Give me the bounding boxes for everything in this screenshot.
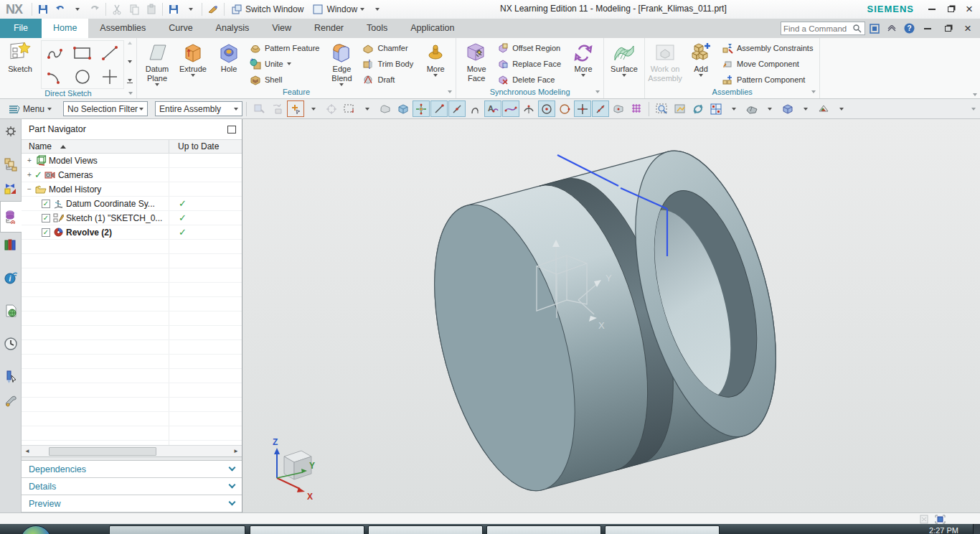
show-desktop-button[interactable] bbox=[973, 524, 980, 534]
fit-view-icon[interactable] bbox=[672, 100, 689, 117]
selection-filter-dropdown[interactable]: No Selection Filter bbox=[63, 101, 148, 116]
float-panel-button[interactable] bbox=[227, 126, 236, 134]
taskbar-app-button[interactable] bbox=[486, 525, 601, 534]
solid-body-filter-icon[interactable] bbox=[395, 100, 412, 117]
selection-scope-dropdown[interactable]: Entire Assembly bbox=[155, 101, 242, 116]
hd3d-tools-icon[interactable]: i bbox=[0, 266, 22, 290]
scrollbar-thumb[interactable] bbox=[49, 447, 156, 456]
details-panel[interactable]: Details bbox=[22, 478, 242, 495]
graphics-window[interactable]: Y X Z X Y bbox=[242, 119, 980, 512]
group-dialog-arrow[interactable] bbox=[811, 90, 816, 93]
select-from-list-icon[interactable] bbox=[251, 100, 268, 117]
paste-button[interactable] bbox=[143, 1, 160, 17]
menu-button[interactable]: Menu bbox=[4, 103, 56, 116]
window-restore-small-button[interactable] bbox=[867, 21, 882, 36]
point-on-curve-snap-icon[interactable]: A bbox=[484, 100, 501, 117]
taskbar-app-button[interactable] bbox=[605, 525, 720, 534]
select-dropdown-arrow[interactable] bbox=[359, 100, 376, 117]
feature-checkbox[interactable]: ✓ bbox=[42, 200, 50, 208]
tab-home[interactable]: Home bbox=[42, 19, 88, 38]
add-component-button[interactable]: Add bbox=[683, 39, 719, 86]
redo-button[interactable] bbox=[86, 1, 103, 17]
extrude-button[interactable]: Extrude bbox=[175, 39, 211, 86]
point-on-edge-snap-icon[interactable] bbox=[592, 100, 609, 117]
minimize-button[interactable] bbox=[923, 1, 941, 17]
draft-button[interactable]: Draft bbox=[359, 72, 418, 88]
tree-row-cameras[interactable]: + ✓ Cameras bbox=[22, 168, 242, 182]
find-command-box[interactable] bbox=[781, 22, 865, 35]
window-display-icon[interactable] bbox=[934, 514, 946, 524]
grid-point-snap-icon[interactable] bbox=[628, 100, 645, 117]
switch-window-button[interactable]: Switch Window bbox=[227, 1, 308, 17]
profile-curve-icon[interactable] bbox=[42, 41, 69, 65]
expand-icon[interactable]: + bbox=[26, 156, 33, 164]
scroll-left-arrow[interactable]: ◄ bbox=[22, 446, 33, 456]
ribbon-overflow-arrow[interactable] bbox=[973, 93, 977, 96]
trim-body-button[interactable]: Trim Body bbox=[359, 56, 418, 72]
highlight-gray-body-icon[interactable] bbox=[377, 100, 394, 117]
surface-button[interactable]: Surface bbox=[606, 39, 642, 86]
chamfer-button[interactable]: Chamfer bbox=[359, 40, 418, 56]
tree-row-sketch[interactable]: ✓ Sketch (1) "SKETCH_0... ✓ bbox=[22, 211, 242, 225]
scroll-right-arrow[interactable]: ► bbox=[230, 446, 242, 456]
layout-icon[interactable] bbox=[707, 100, 725, 117]
group-dialog-arrow[interactable] bbox=[595, 90, 600, 93]
rotate-view-icon[interactable] bbox=[689, 100, 707, 117]
sketch-button[interactable]: Sketch bbox=[2, 39, 38, 86]
history-icon[interactable] bbox=[0, 332, 22, 356]
undo-button[interactable] bbox=[52, 1, 69, 17]
orient-view-icon[interactable] bbox=[779, 100, 796, 117]
tab-analysis[interactable]: Analysis bbox=[204, 19, 261, 38]
shell-button[interactable]: Shell bbox=[247, 72, 324, 88]
save-button[interactable] bbox=[34, 1, 52, 17]
touch-mode-icon[interactable] bbox=[204, 1, 222, 17]
filter-dropdown-arrow[interactable] bbox=[305, 100, 322, 117]
window-menu-button[interactable]: Window bbox=[308, 1, 369, 17]
group-dialog-arrow[interactable] bbox=[448, 90, 452, 93]
toolbar-overflow-arrow[interactable] bbox=[971, 108, 976, 111]
arc-center-snap-icon[interactable] bbox=[538, 100, 555, 117]
restore-button[interactable] bbox=[941, 1, 960, 17]
save-dropdown[interactable] bbox=[182, 1, 199, 17]
undo-dropdown[interactable] bbox=[69, 1, 86, 17]
tree-row-model-views[interactable]: + Model Views bbox=[22, 154, 242, 168]
point-on-face-snap-icon[interactable] bbox=[610, 100, 627, 117]
end-point-snap-icon[interactable] bbox=[430, 100, 448, 117]
minimize-ribbon-button[interactable] bbox=[884, 21, 900, 36]
revolve-solid[interactable] bbox=[407, 136, 802, 505]
tab-render[interactable]: Render bbox=[303, 19, 355, 38]
tab-view[interactable]: View bbox=[260, 19, 303, 38]
column-name[interactable]: Name bbox=[29, 141, 52, 151]
column-up-to-date[interactable]: Up to Date bbox=[169, 139, 219, 154]
unite-button[interactable]: + Unite bbox=[247, 56, 324, 72]
cut-button[interactable] bbox=[108, 1, 126, 17]
tree-row-datum-csys[interactable]: ✓ Datum Coordinate Sy... ✓ bbox=[22, 197, 242, 211]
zoom-window-icon[interactable] bbox=[654, 100, 671, 117]
quadrant-point-snap-icon[interactable] bbox=[520, 100, 537, 117]
process-studio-icon[interactable] bbox=[0, 365, 22, 389]
expand-icon[interactable]: + bbox=[26, 171, 33, 179]
tab-application[interactable]: Application bbox=[399, 19, 466, 38]
rectangle-icon[interactable] bbox=[69, 41, 96, 65]
tree-row-model-history[interactable]: − Model History bbox=[22, 182, 242, 197]
circle-icon[interactable] bbox=[69, 65, 96, 88]
render-style-dropdown-arrow[interactable] bbox=[761, 100, 778, 117]
render-style-icon[interactable] bbox=[743, 100, 760, 117]
assembly-navigator-icon[interactable] bbox=[0, 152, 22, 177]
layout-dropdown-arrow[interactable] bbox=[725, 100, 743, 117]
delete-face-button[interactable]: Delete Face bbox=[494, 72, 565, 88]
direct-sketch-scroll[interactable] bbox=[124, 39, 134, 85]
copy-button[interactable] bbox=[126, 1, 143, 17]
tab-curve[interactable]: Curve bbox=[157, 19, 204, 38]
feature-checkbox[interactable]: ✓ bbox=[42, 214, 50, 222]
start-button[interactable] bbox=[20, 525, 52, 534]
taskbar-clock[interactable]: 2:27 PM bbox=[929, 526, 958, 534]
taskbar-app-button[interactable] bbox=[109, 525, 245, 534]
customize-qat-button[interactable] bbox=[369, 1, 386, 17]
feature-more-button[interactable]: More bbox=[418, 39, 453, 86]
orient-view-dropdown-arrow[interactable] bbox=[797, 100, 814, 117]
pattern-component-button[interactable]: Pattern Component bbox=[719, 72, 817, 88]
mdi-minimize-button[interactable] bbox=[918, 21, 937, 37]
circle-snap-icon[interactable] bbox=[556, 100, 573, 117]
constraint-navigator-icon[interactable] bbox=[0, 177, 22, 201]
